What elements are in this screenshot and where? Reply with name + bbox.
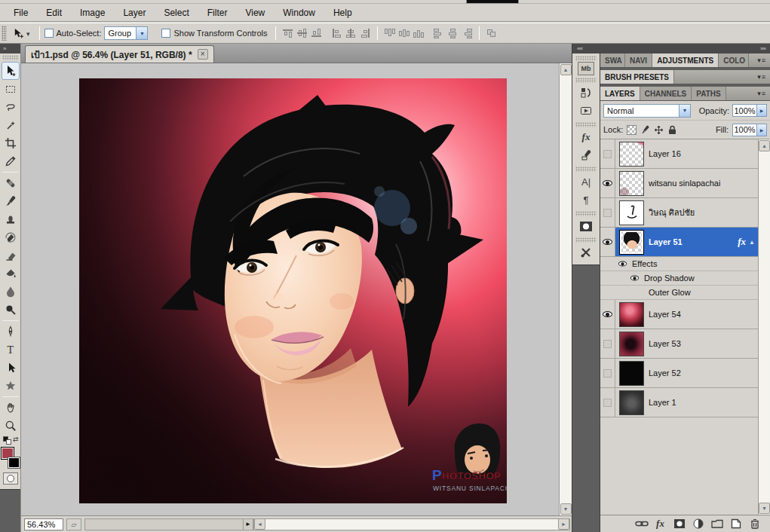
layer-row[interactable]: Layer 54 [600,300,758,329]
custom-shape-tool[interactable] [2,377,20,395]
visibility-toggle[interactable] [600,388,615,417]
tab-swatches[interactable]: SWA [600,54,625,67]
align-left-edges-icon[interactable] [331,28,342,38]
layer-fx-badge[interactable]: fx [738,236,746,248]
blend-mode-dropdown[interactable]: Normal [603,104,691,118]
canvas-artwork[interactable]: P HOTOSHOP WITSANU SINLAPACHAI [79,78,507,503]
layers-scrollbar[interactable]: ▲ ▼ [758,139,770,515]
eye-icon[interactable] [630,276,639,281]
mini-bridge-icon[interactable]: Mb [578,62,594,75]
layer-row[interactable]: Layer 16 [600,139,758,169]
hidden-eye-checkbox[interactable] [603,340,612,348]
scroll-down-icon[interactable]: ▼ [759,503,770,514]
layer-thumbnail[interactable] [619,390,644,415]
scroll-down-icon[interactable]: ▼ [560,503,572,515]
tab-navigator[interactable]: NAVI [625,54,652,67]
layer-row[interactable]: Layer 1 [600,388,758,417]
menu-select[interactable]: Select [155,5,198,20]
tools-grip[interactable] [2,55,19,60]
distribute-horizontal-centers-icon[interactable] [447,28,459,38]
menu-filter[interactable]: Filter [198,5,237,20]
effects-group-row[interactable]: Effects [600,257,758,271]
layer-row-selected[interactable]: Layer 51 fx ▲ [600,228,758,257]
hidden-eye-checkbox[interactable] [603,369,612,378]
tool-preset-caret[interactable] [26,29,30,38]
eraser-tool[interactable] [2,246,20,264]
hidden-eye-checkbox[interactable] [603,399,612,407]
new-layer-icon[interactable] [729,517,744,530]
visibility-toggle[interactable] [600,198,615,227]
scroll-right-icon[interactable]: ► [558,518,569,530]
background-color-swatch[interactable] [8,457,20,468]
visibility-toggle[interactable] [600,139,615,168]
expand-dock-icon[interactable]: «« [577,44,582,54]
visibility-toggle[interactable] [600,329,615,358]
menu-layer[interactable]: Layer [114,5,155,20]
panel-menu-icon[interactable] [753,70,770,84]
tool-presets-icon[interactable] [575,146,597,164]
history-brush-tool[interactable] [2,228,20,246]
paragraph-panel-icon[interactable]: ¶ [575,191,597,209]
quick-mask-button[interactable] [3,472,18,485]
history-icon[interactable] [575,84,597,102]
tab-brush-presets[interactable]: BRUSH PRESETS [600,70,674,84]
layer-thumbnail[interactable] [619,332,644,356]
tab-paths[interactable]: PATHS [692,87,726,100]
tools-utilities-icon[interactable] [575,243,597,261]
layer-row[interactable]: witsanu sinlapachai [600,169,758,198]
tab-color[interactable]: COLO [719,54,749,67]
show-transform-checkbox[interactable] [161,29,170,38]
link-layers-icon[interactable] [634,517,649,530]
eye-icon[interactable] [603,180,612,186]
status-flyout-button[interactable] [243,518,253,530]
blur-tool[interactable] [2,283,20,301]
visibility-toggle[interactable] [600,300,615,329]
lock-position-icon[interactable] [654,125,664,135]
distribute-bottom-edges-icon[interactable] [413,28,424,38]
tools-collapse-button[interactable]: » [0,44,20,54]
lasso-tool[interactable] [2,98,20,116]
close-document-icon[interactable]: × [198,49,208,60]
new-adjustment-layer-icon[interactable] [691,517,706,530]
clone-stamp-tool[interactable] [2,210,20,228]
burn-tool[interactable] [2,301,20,319]
pasteboard[interactable]: P HOTOSHOP WITSANU SINLAPACHAI [21,63,559,515]
auto-align-layers-icon[interactable] [486,28,497,38]
new-group-icon[interactable] [710,517,725,530]
hand-tool[interactable] [2,399,20,417]
auto-select-dropdown[interactable]: Group [104,26,148,40]
spot-healing-brush-tool[interactable] [2,174,20,192]
layer-thumbnail[interactable] [619,142,644,167]
quick-selection-tool[interactable] [2,116,20,134]
menu-help[interactable]: Help [324,5,361,20]
distribute-top-edges-icon[interactable] [384,28,395,38]
eye-icon[interactable] [603,239,612,245]
move-tool[interactable] [2,62,20,80]
layer-thumbnail[interactable] [619,302,644,327]
distribute-right-edges-icon[interactable] [462,28,473,38]
delete-layer-icon[interactable] [747,517,762,530]
layer-row[interactable]: Layer 53 [600,329,758,359]
lock-pixels-icon[interactable] [640,125,650,135]
paint-bucket-tool[interactable] [2,264,20,283]
brush-tool[interactable] [2,192,20,210]
layer-styles-icon[interactable]: fx [575,128,597,146]
path-selection-tool[interactable] [2,359,20,377]
type-tool[interactable]: T [2,341,20,359]
lock-all-icon[interactable] [667,125,677,135]
character-panel-icon[interactable]: A| [575,173,597,191]
scroll-up-icon[interactable]: ▲ [759,140,770,151]
hidden-eye-checkbox[interactable] [603,150,612,158]
fill-slider-icon[interactable] [756,124,766,136]
panel-menu-icon[interactable] [753,54,770,67]
current-tool-move-icon[interactable] [8,26,35,41]
zoom-tool[interactable] [2,417,20,435]
panel-menu-icon[interactable] [753,87,770,100]
tab-channels[interactable]: CHANNELS [640,87,692,100]
eye-icon[interactable] [618,261,627,267]
effect-row-drop-shadow[interactable]: Drop Shadow [600,271,758,286]
fill-field[interactable]: 100% [732,124,767,136]
pen-tool[interactable] [2,323,20,341]
dropdown-arrow-icon[interactable] [136,27,147,39]
collapse-effects-icon[interactable]: ▲ [749,239,755,246]
